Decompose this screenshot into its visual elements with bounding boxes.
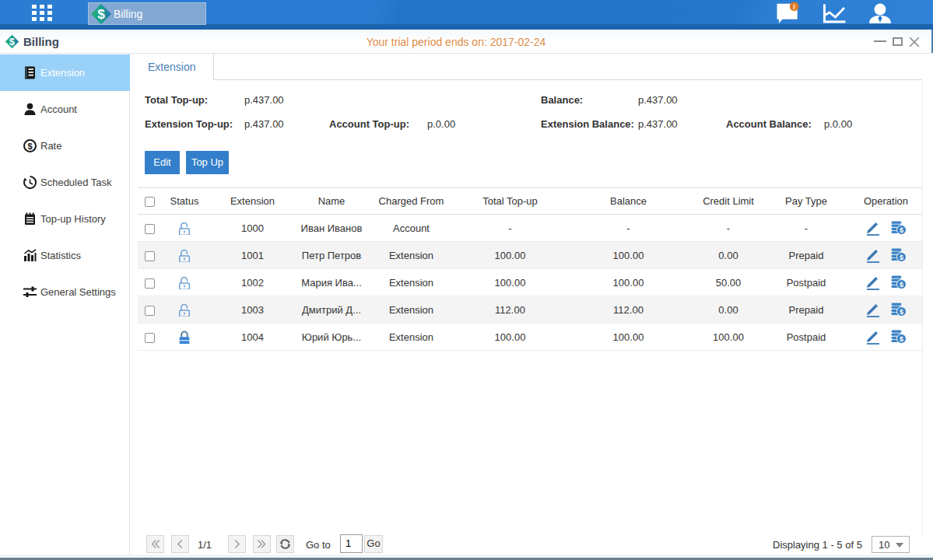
svg-text:$: $	[97, 5, 105, 21]
svg-text:!: !	[793, 2, 795, 11]
svg-text:$: $	[27, 142, 32, 151]
